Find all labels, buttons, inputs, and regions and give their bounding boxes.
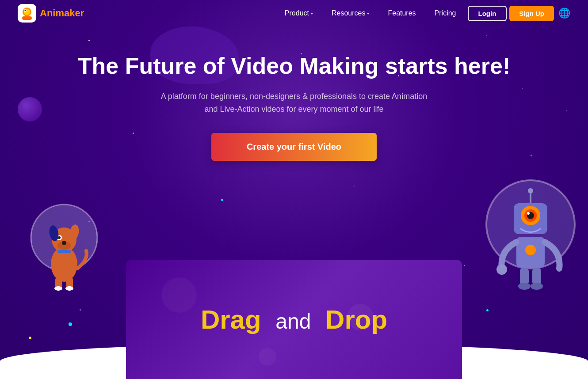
nav-pricing-link[interactable]: Pricing bbox=[428, 6, 463, 21]
nav-features-link[interactable]: Features bbox=[381, 6, 423, 21]
svg-point-27 bbox=[528, 188, 533, 193]
svg-point-34 bbox=[531, 283, 543, 290]
logo-icon bbox=[18, 4, 36, 23]
product-chevron-icon: ▾ bbox=[311, 11, 313, 16]
cta-button[interactable]: Create your first Video bbox=[211, 133, 377, 161]
svg-point-25 bbox=[527, 212, 530, 215]
nav-links: Product ▾ Resources ▾ Features Pricing bbox=[278, 6, 463, 21]
nav-product[interactable]: Product ▾ bbox=[278, 6, 320, 21]
hero-subtitle: A platform for beginners, non-designers … bbox=[0, 90, 588, 116]
nav-pricing[interactable]: Pricing bbox=[428, 6, 463, 21]
robot-character bbox=[482, 171, 579, 304]
logo-area[interactable]: Animaker bbox=[18, 4, 84, 23]
nav-product-link[interactable]: Product ▾ bbox=[278, 6, 320, 21]
dog-character bbox=[27, 193, 102, 291]
nav-features[interactable]: Features bbox=[381, 6, 423, 21]
navbar: Animaker Product ▾ Resources ▾ Features … bbox=[0, 0, 588, 27]
nav-resources-link[interactable]: Resources ▾ bbox=[325, 6, 376, 21]
hero-title: The Future of Video Making starts here! bbox=[0, 53, 588, 80]
signup-button[interactable]: Sign Up bbox=[509, 6, 554, 21]
svg-point-29 bbox=[525, 245, 536, 255]
hero-section: The Future of Video Making starts here! … bbox=[0, 27, 588, 161]
svg-point-19 bbox=[65, 286, 73, 291]
video-preview: Drag and Drop bbox=[126, 260, 462, 379]
resources-chevron-icon: ▾ bbox=[367, 11, 369, 16]
svg-point-33 bbox=[518, 283, 531, 290]
svg-point-5 bbox=[25, 10, 26, 11]
globe-icon[interactable]: 🌐 bbox=[558, 8, 570, 19]
svg-point-10 bbox=[62, 241, 66, 245]
nav-resources[interactable]: Resources ▾ bbox=[325, 6, 376, 21]
svg-point-30 bbox=[496, 264, 507, 275]
svg-rect-15 bbox=[57, 250, 71, 253]
login-button[interactable]: Login bbox=[468, 6, 507, 21]
logo-text: Animaker bbox=[40, 8, 84, 19]
svg-rect-3 bbox=[22, 16, 32, 20]
svg-point-18 bbox=[54, 286, 62, 291]
